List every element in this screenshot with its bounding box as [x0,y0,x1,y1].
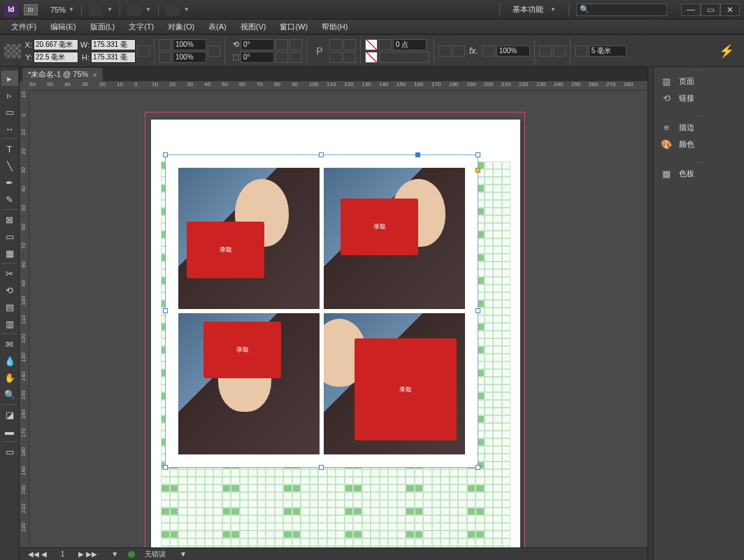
page-nav-next[interactable]: ▶ ▶▶ [74,550,101,558]
text-wrap-2-icon[interactable] [553,45,566,57]
panel-grip[interactable] [654,67,744,73]
maximize-button[interactable]: ▭ [701,3,720,16]
chevron-down-icon[interactable]: ▼ [145,6,151,13]
scale-y-input[interactable]: 100% [173,52,206,63]
stroke-color-icon[interactable] [365,52,378,63]
panel-grip[interactable] [654,113,744,119]
select-content-icon[interactable] [343,39,356,50]
selection-handle[interactable] [475,308,480,313]
page-nav-prev[interactable]: ◀◀ ◀ [24,550,51,558]
minimize-button[interactable]: — [681,3,701,16]
selection-handle[interactable] [319,465,324,470]
p-icon[interactable]: P [311,44,328,58]
vertical-ruler[interactable]: 1001020304050607080901001101201301401501… [20,91,29,547]
panel-color[interactable]: 🎨颜色 [654,136,744,152]
opacity-icon[interactable] [438,45,451,57]
selection-handle[interactable] [163,308,168,313]
menu-table[interactable]: 表(A) [201,22,234,32]
preflight-status-icon[interactable] [128,551,135,558]
y-input[interactable]: 22.5 毫米 [34,52,78,63]
eyedropper-tool[interactable]: 💧 [1,353,18,368]
menu-window[interactable]: 窗口(W) [273,22,315,32]
shear-input[interactable]: 0° [241,52,274,63]
flip-v-icon[interactable] [289,52,302,63]
frame-grid-icon[interactable] [575,45,587,57]
bridge-icon[interactable]: Br [24,4,38,15]
text-wrap-1-icon[interactable] [539,45,552,57]
view-mode[interactable]: ▭ [1,444,18,459]
rectangle-tool[interactable]: ▭ [1,229,18,244]
selection-handle[interactable] [475,465,480,470]
menu-view[interactable]: 视图(V) [234,22,273,32]
menu-file[interactable]: 文件(F) [4,22,43,32]
rotate-ccw-icon[interactable] [289,39,302,50]
image-frame-selected[interactable]: 录取 录取 录取 录取 [165,155,478,468]
panel-dock-divider[interactable] [648,67,653,560]
select-next-icon[interactable] [343,52,356,63]
h-input[interactable]: 175.331 毫 [91,52,136,63]
pencil-tool[interactable]: ✎ [1,192,18,207]
panel-pages[interactable]: ▥页面 [654,73,744,89]
canvas[interactable]: 录取 录取 录取 录取 [29,91,648,547]
w-input[interactable]: 175.331 毫 [91,39,136,50]
zoom-dropdown-icon[interactable]: ▼ [69,6,74,13]
panel-links[interactable]: ⟲链接 [654,89,744,106]
constrain-icon[interactable] [137,45,150,57]
opacity-input[interactable]: 100% [496,45,530,57]
drop-shadow-icon[interactable] [452,45,465,57]
type-tool[interactable]: T [1,141,18,157]
preflight-dropdown[interactable]: ▼ [176,550,191,558]
menu-layout[interactable]: 版面(L) [83,22,122,32]
scissors-tool[interactable]: ✂ [1,266,18,281]
menu-object[interactable]: 对象(O) [161,22,201,32]
rotate-cw-icon[interactable] [276,39,288,50]
x-input[interactable]: 20.667 毫米 [34,39,78,50]
gradient-swatch-tool[interactable]: ▤ [1,299,18,315]
screen-mode[interactable] [127,3,141,16]
selection-handle[interactable] [163,152,168,157]
tab-close-icon[interactable]: × [92,71,96,79]
direct-selection-tool[interactable]: ▹ [1,87,18,103]
note-tool[interactable]: ✉ [1,336,18,352]
workspace-switcher[interactable]: 基本功能▼ [499,3,569,17]
select-container-icon[interactable] [329,39,342,50]
page-number[interactable]: 1 [57,550,69,558]
close-button[interactable]: ✕ [720,3,740,16]
transform-tool[interactable]: ⟲ [1,282,18,298]
chevron-down-icon[interactable]: ▼ [184,6,189,13]
stroke-weight-input[interactable]: 0 点 [393,39,427,50]
selection-handle[interactable] [475,152,480,157]
search-input[interactable]: 🔍 [576,3,667,16]
stroke-style-icon[interactable] [379,52,429,63]
selection-handle[interactable] [163,465,168,470]
chevron-down-icon[interactable]: ▼ [107,6,113,13]
pen-tool[interactable]: ✒ [1,175,18,190]
hand-tool[interactable]: ✋ [1,370,18,385]
grid-tool[interactable]: ▦ [1,245,18,261]
panel-grip[interactable] [654,159,744,165]
selection-handle-yellow[interactable] [475,168,480,173]
flip-h-icon[interactable] [276,52,288,63]
gradient-feather-tool[interactable]: ▥ [1,316,18,331]
arrange[interactable] [166,3,180,16]
grid-size-input[interactable]: 5 毫米 [589,45,627,57]
reference-point[interactable] [4,44,21,58]
panel-swatches[interactable]: ▦色板 [654,165,744,182]
zoom-level[interactable]: 75% [50,6,66,14]
rectangle-frame-tool[interactable]: ⊠ [1,212,18,227]
scale-x-input[interactable]: 100% [173,39,206,50]
line-tool[interactable]: ╲ [1,158,18,173]
fx-label[interactable]: fx. [466,46,481,56]
bolt-icon[interactable]: ⚡ [719,43,734,59]
page[interactable]: 录取 录取 录取 录取 [151,120,520,547]
select-prev-icon[interactable] [329,52,342,63]
gap-tool[interactable]: ↔ [1,121,18,136]
panel-stroke[interactable]: ≡描边 [654,119,744,136]
preflight-text[interactable]: 无错误 [141,550,170,559]
selection-handle[interactable] [319,152,324,157]
menu-edit[interactable]: 编辑(E) [43,22,83,32]
rotation-input[interactable]: 0° [241,39,274,50]
zoom-tool[interactable]: 🔍 [1,387,18,402]
page-tool[interactable]: ▭ [1,104,18,120]
master-dropdown[interactable]: ▼ [107,550,122,558]
